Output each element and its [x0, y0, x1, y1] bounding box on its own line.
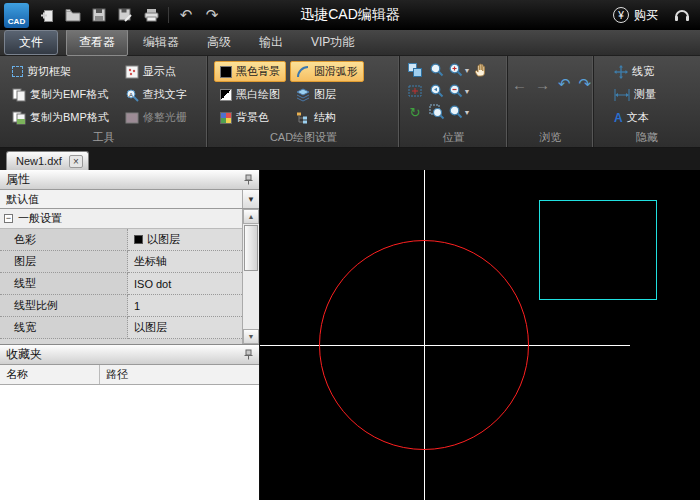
property-section-general[interactable]: − 一般设置	[0, 209, 242, 229]
property-row-color[interactable]: 色彩 以图层	[0, 229, 242, 251]
print-button[interactable]	[139, 3, 163, 27]
smooth-arc-toggle[interactable]: 圆滑弧形	[290, 61, 364, 82]
pan-hand-button[interactable]	[472, 61, 490, 79]
regen-button[interactable]: ↻	[406, 103, 424, 121]
close-tab-icon[interactable]: ×	[69, 155, 83, 168]
property-value[interactable]: ISO dot	[128, 273, 242, 295]
buy-button[interactable]: ¥ 购买	[613, 7, 658, 24]
scroll-thumb[interactable]	[244, 225, 258, 271]
layers-icon	[296, 88, 310, 102]
tab-vip[interactable]: VIP功能	[298, 29, 367, 56]
layers-button[interactable]: 图层	[290, 84, 364, 105]
favorites-panel-header: 收藏夹	[0, 345, 259, 365]
zoom-dynamic-button[interactable]	[406, 82, 424, 100]
measure-icon	[614, 89, 630, 101]
chevron-down-icon[interactable]: ▼	[242, 190, 259, 208]
cut-frame-button[interactable]: 剪切框架	[6, 61, 115, 82]
property-label: 线宽	[0, 317, 128, 339]
line-width-label: 线宽	[632, 64, 654, 79]
browse-redo-icon[interactable]: ↷	[579, 75, 592, 93]
drawn-rectangle[interactable]	[539, 200, 657, 300]
browse-undo-icon[interactable]: ↶	[558, 75, 571, 93]
find-text-label: 查找文字	[143, 87, 187, 102]
property-label: 线型比例	[0, 295, 128, 317]
zoom-scale-button[interactable]: ▼	[450, 103, 468, 121]
preset-dropdown[interactable]: 默认值 ▼	[0, 190, 259, 209]
copy-bmp-button[interactable]: 复制为BMP格式	[6, 107, 115, 128]
scroll-up-icon[interactable]: ▲	[243, 209, 259, 224]
zoom-previous-button[interactable]	[428, 82, 446, 100]
pin-icon[interactable]	[244, 349, 253, 360]
text-button[interactable]: A 文本	[608, 107, 696, 128]
section-label: 一般设置	[18, 211, 62, 226]
show-points-icon	[125, 65, 139, 79]
favorites-title: 收藏夹	[6, 346, 42, 363]
property-row-linetype[interactable]: 线型 ISO dot	[0, 273, 242, 295]
zoom-scale-dropdown-icon[interactable]: ▼	[464, 109, 471, 116]
zoom-window-button[interactable]	[428, 61, 446, 79]
zoom-in-button[interactable]: ▼	[450, 61, 468, 79]
zoom-dynamic-icon	[407, 83, 423, 99]
property-row-layer[interactable]: 图层 坐标轴	[0, 251, 242, 273]
zoom-out-dropdown-icon[interactable]: ▼	[464, 88, 471, 95]
favorites-list[interactable]	[0, 385, 259, 500]
property-row-lineweight[interactable]: 线宽 以图层	[0, 317, 242, 339]
undo-button[interactable]: ↶	[174, 3, 198, 27]
favorites-column-name[interactable]: 名称	[0, 365, 100, 384]
pin-icon[interactable]	[244, 174, 253, 185]
zoom-out-icon	[448, 83, 464, 99]
background-color-button[interactable]: 背景色	[214, 107, 286, 128]
property-grid-scrollbar[interactable]: ▲ ▼	[242, 209, 259, 344]
drawing-canvas[interactable]	[260, 170, 700, 500]
property-value[interactable]: 坐标轴	[128, 251, 242, 273]
collapse-icon[interactable]: −	[4, 214, 13, 223]
hand-icon	[473, 62, 489, 78]
zoom-in-dropdown-icon[interactable]: ▼	[464, 67, 471, 74]
preset-value: 默认值	[6, 192, 39, 207]
save-as-button[interactable]	[113, 3, 137, 27]
copy-emf-button[interactable]: 复制为EMF格式	[6, 84, 115, 105]
favorites-column-path[interactable]: 路径	[100, 365, 259, 384]
property-row-linetype-scale[interactable]: 线型比例 1	[0, 295, 242, 317]
zoom-extents-button[interactable]	[428, 103, 446, 121]
zoom-out-button[interactable]: ▼	[450, 82, 468, 100]
file-menu-button[interactable]: 文件	[4, 30, 58, 55]
pan-view-button[interactable]	[406, 61, 424, 79]
property-value[interactable]: 1	[128, 295, 242, 317]
tab-output[interactable]: 输出	[246, 29, 296, 56]
line-width-icon	[614, 65, 628, 79]
black-background-icon	[220, 66, 232, 78]
save-button[interactable]	[87, 3, 111, 27]
measure-button[interactable]: 测量	[608, 84, 696, 105]
smooth-arc-label: 圆滑弧形	[314, 64, 358, 79]
drawn-circle[interactable]	[319, 240, 529, 450]
app-logo: CAD	[4, 3, 29, 28]
property-value[interactable]: 以图层	[128, 317, 242, 339]
property-grid: − 一般设置 色彩 以图层 图层 坐标轴	[0, 209, 259, 345]
cut-frame-label: 剪切框架	[27, 64, 71, 79]
tab-viewer[interactable]: 查看器	[66, 29, 128, 56]
browse-group-label: 浏览	[508, 130, 593, 145]
scroll-down-icon[interactable]: ▼	[243, 329, 259, 344]
zoom-scale-icon	[448, 104, 464, 120]
open-file-button[interactable]	[61, 3, 85, 27]
document-tab[interactable]: New1.dxf ×	[6, 151, 89, 170]
structure-button[interactable]: 结构	[290, 107, 364, 128]
black-background-toggle[interactable]: 黑色背景	[214, 61, 286, 82]
zoom-previous-icon	[429, 83, 445, 99]
show-points-button[interactable]: 显示点	[119, 61, 193, 82]
zoom-window-icon	[429, 62, 445, 78]
tab-editor[interactable]: 编辑器	[130, 29, 192, 56]
redo-icon: ↷	[206, 6, 219, 24]
property-value[interactable]: 以图层	[128, 229, 242, 251]
new-file-button[interactable]	[35, 3, 59, 27]
position-group-label: 位置	[400, 130, 507, 145]
line-width-button[interactable]: 线宽	[608, 61, 696, 82]
copy-bmp-icon	[12, 111, 26, 125]
redo-button[interactable]: ↷	[200, 3, 224, 27]
bw-drawing-button[interactable]: 黑白绘图	[214, 84, 286, 105]
tab-advanced[interactable]: 高级	[194, 29, 244, 56]
support-button[interactable]	[670, 3, 694, 27]
find-text-button[interactable]: A 查找文字	[119, 84, 193, 105]
titlebar-separator	[168, 7, 169, 23]
